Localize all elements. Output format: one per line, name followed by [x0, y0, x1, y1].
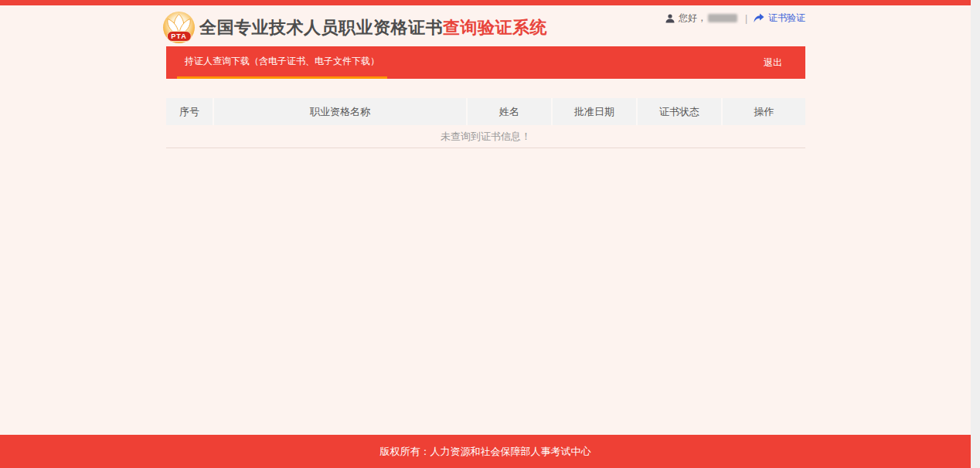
- header: PTA 全国专业技术人员职业资格证书查询验证系统 您好， | 证书验证: [166, 5, 805, 46]
- page-title: 全国专业技术人员职业资格证书查询验证系统: [199, 16, 547, 39]
- copyright-text: 版权所有：人力资源和社会保障部人事考试中心: [380, 445, 591, 459]
- empty-message: 未查询到证书信息！: [441, 130, 531, 144]
- column-header-name: 姓名: [466, 98, 551, 125]
- scrollbar-track[interactable]: [971, 0, 980, 468]
- column-header-index: 序号: [166, 98, 213, 125]
- page: PTA 全国专业技术人员职业资格证书查询验证系统 您好， | 证书验证: [0, 0, 971, 468]
- top-accent-bar: [0, 0, 971, 5]
- table-empty-row: 未查询到证书信息！: [166, 125, 805, 148]
- certificate-verify-label: 证书验证: [768, 12, 805, 25]
- pta-logo: PTA: [162, 11, 196, 44]
- footer: 版权所有：人力资源和社会保障部人事考试中心: [0, 435, 971, 468]
- share-arrow-icon: [754, 13, 764, 23]
- tab-holder-query-download[interactable]: 持证人查询下载（含电子证书、电子文件下载）: [177, 46, 387, 79]
- page-title-accent: 查询验证系统: [443, 18, 547, 37]
- user-greeting: 您好，: [679, 12, 706, 25]
- user-icon: [665, 13, 675, 24]
- logout-button[interactable]: 退出: [740, 46, 805, 79]
- column-header-approval-date: 批准日期: [551, 98, 636, 125]
- table-header-row: 序号 职业资格名称 姓名 批准日期 证书状态 操作: [166, 98, 805, 125]
- user-info-separator: |: [745, 13, 747, 24]
- column-header-operation: 操作: [721, 98, 805, 125]
- certificate-verify-link[interactable]: 证书验证: [754, 12, 805, 25]
- column-header-certificate-status: 证书状态: [636, 98, 721, 125]
- certificates-table: 序号 职业资格名称 姓名 批准日期 证书状态 操作 未查询到证书信息！: [166, 98, 805, 148]
- column-header-qualification-name: 职业资格名称: [213, 98, 466, 125]
- user-name-redacted: [708, 14, 737, 22]
- page-title-main: 全国专业技术人员职业资格证书: [199, 18, 443, 37]
- brand: PTA 全国专业技术人员职业资格证书查询验证系统: [162, 11, 547, 44]
- nav-bar: 持证人查询下载（含电子证书、电子文件下载） 退出: [166, 46, 805, 79]
- user-info: 您好， | 证书验证: [665, 12, 805, 25]
- pta-logo-text: PTA: [166, 31, 191, 42]
